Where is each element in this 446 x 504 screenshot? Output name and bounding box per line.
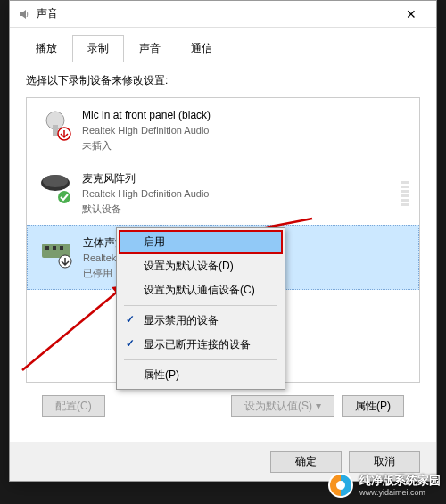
check-icon: ✓ (126, 313, 135, 326)
cancel-button[interactable]: 取消 (349, 451, 420, 473)
device-info: 麦克风阵列 Realtek High Definition Audio 默认设备 (82, 170, 392, 216)
watermark-name: 纯净版系统家园 (359, 474, 441, 488)
mic-array-icon (37, 170, 73, 206)
configure-button[interactable]: 配置(C) (42, 395, 105, 417)
level-meter (401, 181, 409, 206)
chevron-down-icon: ▾ (316, 400, 321, 412)
svg-rect-7 (45, 246, 49, 250)
ok-button[interactable]: 确定 (270, 451, 342, 473)
tab-sounds[interactable]: 声音 (124, 35, 176, 62)
device-status: 未插入 (82, 138, 409, 153)
instruction-text: 选择以下录制设备来修改设置: (26, 73, 420, 88)
menu-show-disabled[interactable]: ✓显示禁用的设备 (119, 309, 283, 333)
device-name: 麦克风阵列 (82, 170, 392, 186)
svg-point-4 (43, 175, 68, 187)
svg-rect-8 (53, 246, 56, 250)
stereo-mix-icon (38, 235, 74, 270)
menu-show-disconnected[interactable]: ✓显示已断开连接的设备 (119, 333, 283, 357)
device-name: Mic in at front panel (black) (82, 107, 409, 123)
window-title: 声音 (37, 6, 393, 21)
tab-communications[interactable]: 通信 (176, 35, 227, 62)
watermark-url: www.yidaimei.com (359, 488, 441, 497)
watermark: 纯净版系统家园 www.yidaimei.com (327, 472, 441, 499)
tab-recording[interactable]: 录制 (72, 35, 124, 62)
check-icon: ✓ (126, 337, 135, 350)
svg-rect-9 (60, 246, 63, 250)
svg-rect-1 (53, 125, 58, 136)
device-row[interactable]: 麦克风阵列 Realtek High Definition Audio 默认设备 (27, 161, 419, 225)
device-driver: Realtek High Definition Audio (82, 123, 409, 138)
svg-point-16 (336, 481, 345, 490)
sound-icon (17, 7, 31, 21)
close-button[interactable]: ✕ (393, 2, 429, 27)
device-info: Mic in at front panel (black) Realtek Hi… (82, 107, 409, 153)
device-driver: Realtek High Definition Audio (82, 186, 392, 202)
properties-button[interactable]: 属性(P) (342, 395, 404, 417)
menu-show-disabled-label: 显示禁用的设备 (144, 314, 219, 326)
menu-enable[interactable]: 启用 (119, 230, 283, 254)
svg-point-5 (58, 191, 70, 203)
menu-show-disconnected-label: 显示已断开连接的设备 (144, 338, 251, 351)
mic-jack-icon (37, 107, 73, 143)
menu-set-default-comm[interactable]: 设置为默认通信设备(C) (119, 278, 283, 302)
menu-separator (124, 359, 277, 360)
tab-playback[interactable]: 播放 (21, 35, 72, 62)
context-menu: 启用 设置为默认设备(D) 设置为默认通信设备(C) ✓显示禁用的设备 ✓显示已… (116, 227, 285, 390)
set-default-button[interactable]: 设为默认值(S)▾ (231, 395, 334, 417)
titlebar: 声音 ✕ (10, 1, 436, 28)
device-status: 默认设备 (82, 202, 392, 217)
set-default-label: 设为默认值(S) (244, 399, 312, 414)
tabstrip: 播放 录制 声音 通信 (10, 28, 436, 62)
watermark-logo-icon (327, 472, 354, 499)
menu-set-default[interactable]: 设置为默认设备(D) (119, 254, 283, 278)
menu-separator (124, 305, 277, 306)
device-row[interactable]: Mic in at front panel (black) Realtek Hi… (27, 98, 419, 161)
menu-properties[interactable]: 属性(P) (119, 363, 283, 387)
